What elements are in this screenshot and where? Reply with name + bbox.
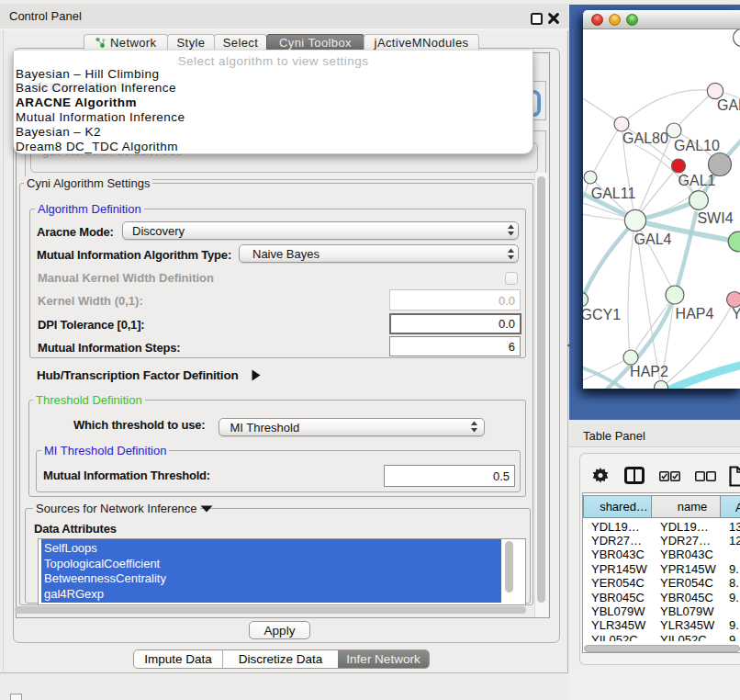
svg-text:YEL0: YEL0	[732, 306, 740, 322]
svg-text:GAL11: GAL11	[591, 186, 636, 201]
svg-text:HAP4: HAP4	[676, 306, 714, 322]
svg-text:GAL2: GAL2	[717, 97, 740, 113]
svg-text:GAL4: GAL4	[634, 231, 672, 247]
svg-text:GAL1: GAL1	[678, 173, 716, 188]
svg-text:HAP2: HAP2	[630, 364, 668, 379]
svg-text:GCY1: GCY1	[583, 307, 621, 322]
svg-text:SWI4: SWI4	[697, 210, 733, 226]
svg-text:GAL10: GAL10	[674, 138, 720, 153]
svg-text:GAL80: GAL80	[622, 130, 668, 146]
